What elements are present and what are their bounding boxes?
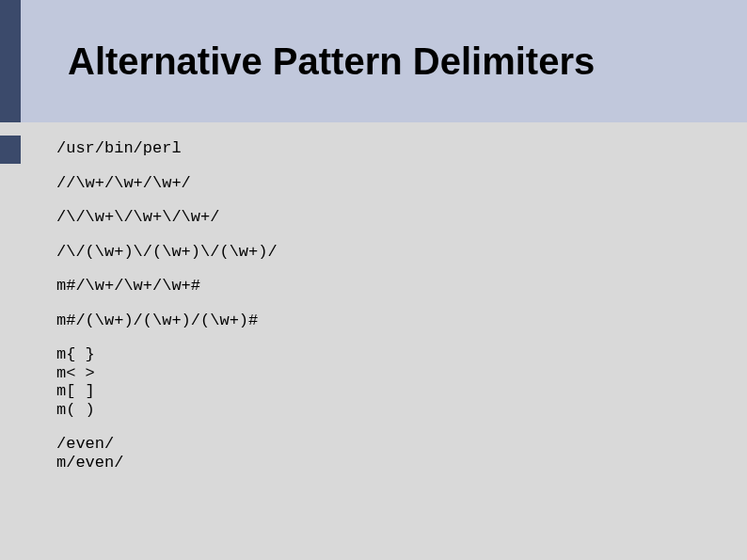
- slide-title: Alternative Pattern Delimiters: [68, 40, 595, 83]
- rail-block-mid: [0, 136, 21, 164]
- code-line-2: //\w+/\w+/\w+/: [56, 174, 715, 193]
- code-line-5: m#/\w+/\w+/\w+#: [56, 277, 715, 296]
- code-line-7d: m( ): [56, 401, 715, 420]
- code-line-4: /\/(\w+)\/(\w+)\/(\w+)/: [56, 243, 715, 262]
- slide: Alternative Pattern Delimiters /usr/bin/…: [0, 0, 747, 560]
- code-bracket-group: m{ } m< > m[ ] m( ): [56, 345, 715, 419]
- code-line-7a: m{ }: [56, 345, 715, 364]
- code-even-group: /even/ m/even/: [56, 435, 715, 472]
- code-line-8b: m/even/: [56, 454, 715, 472]
- code-line-7c: m[ ]: [56, 382, 715, 401]
- code-line-8a: /even/: [56, 435, 715, 454]
- code-line-7b: m< >: [56, 364, 715, 383]
- code-line-3: /\/\w+\/\w+\/\w+/: [56, 208, 715, 227]
- code-line-1: /usr/bin/perl: [56, 139, 715, 158]
- left-rail: [0, 0, 21, 560]
- title-band: Alternative Pattern Delimiters: [21, 0, 747, 122]
- code-line-6: m#/(\w+)/(\w+)/(\w+)#: [56, 312, 715, 330]
- slide-content: /usr/bin/perl //\w+/\w+/\w+/ /\/\w+\/\w+…: [56, 139, 715, 472]
- rail-block-top: [0, 0, 21, 122]
